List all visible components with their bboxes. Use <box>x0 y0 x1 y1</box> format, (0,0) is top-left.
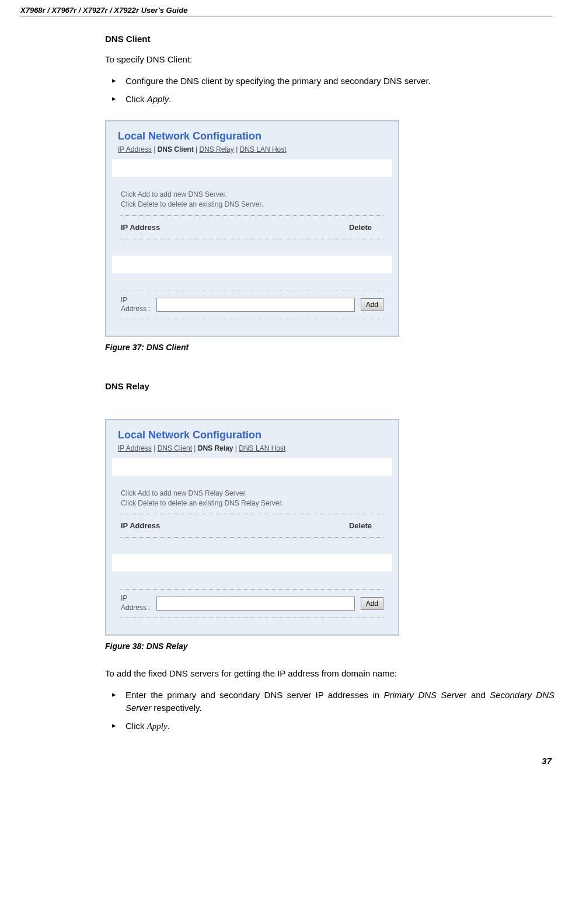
tab-dns-client[interactable]: DNS Client <box>158 145 194 154</box>
ip-address-label-2: IP Address : <box>121 594 151 612</box>
column-ip-address: IP Address <box>121 223 160 232</box>
config-title: Local Network Configuration <box>118 130 386 142</box>
page-number: 37 <box>20 756 552 766</box>
hint-text: Click Add to add new DNS Server. Click D… <box>121 190 383 210</box>
config-tabs: IP Address | DNS Client | DNS Relay | DN… <box>118 145 386 154</box>
figure-37-caption: Figure 37: DNS Client <box>105 343 554 352</box>
ip-address-input[interactable] <box>156 298 355 312</box>
ip-address-input-2[interactable] <box>156 597 355 611</box>
column-ip-address-2: IP Address <box>121 521 160 530</box>
add-button-2[interactable]: Add <box>361 597 383 610</box>
tab-ip-address-2[interactable]: IP Address <box>118 444 152 452</box>
config-title-2: Local Network Configuration <box>118 429 386 441</box>
tab-dns-client-2[interactable]: DNS Client <box>158 444 192 452</box>
tab-dns-lan-host-2[interactable]: DNS LAN Host <box>239 444 285 452</box>
bullet-click-apply: Click Apply. <box>105 93 554 106</box>
dns-relay-intro: To add the fixed DNS servers for getting… <box>105 668 554 678</box>
dns-client-intro: To specify DNS Client: <box>105 54 554 64</box>
dns-client-screenshot: Local Network Configuration IP Address |… <box>105 120 399 337</box>
hint-text-2: Click Add to add new DNS Relay Server. C… <box>121 489 383 508</box>
add-button[interactable]: Add <box>361 298 383 311</box>
ip-address-label: IP Address : <box>121 296 151 314</box>
figure-38-caption: Figure 38: DNS Relay <box>105 641 554 651</box>
page-header: X7968r / X7967r / X7927r / X7922r User's… <box>20 6 552 16</box>
tab-ip-address[interactable]: IP Address <box>118 145 152 154</box>
column-delete: Delete <box>349 223 372 232</box>
bullet-configure: Configure the DNS client by specifying t… <box>105 75 554 88</box>
dns-relay-title: DNS Relay <box>105 381 554 391</box>
column-delete-2: Delete <box>349 521 372 530</box>
tab-dns-lan-host[interactable]: DNS LAN Host <box>240 145 287 154</box>
bullet-enter-addresses: Enter the primary and secondary DNS serv… <box>105 689 554 715</box>
tab-dns-relay[interactable]: DNS Relay <box>199 145 233 154</box>
dns-client-title: DNS Client <box>105 34 554 44</box>
config-tabs-2: IP Address | DNS Client | DNS Relay | DN… <box>118 444 386 452</box>
tab-dns-relay-2[interactable]: DNS Relay <box>198 444 233 452</box>
dns-relay-screenshot: Local Network Configuration IP Address |… <box>105 419 399 636</box>
bullet-click-apply-2: Click Apply. <box>105 720 554 733</box>
